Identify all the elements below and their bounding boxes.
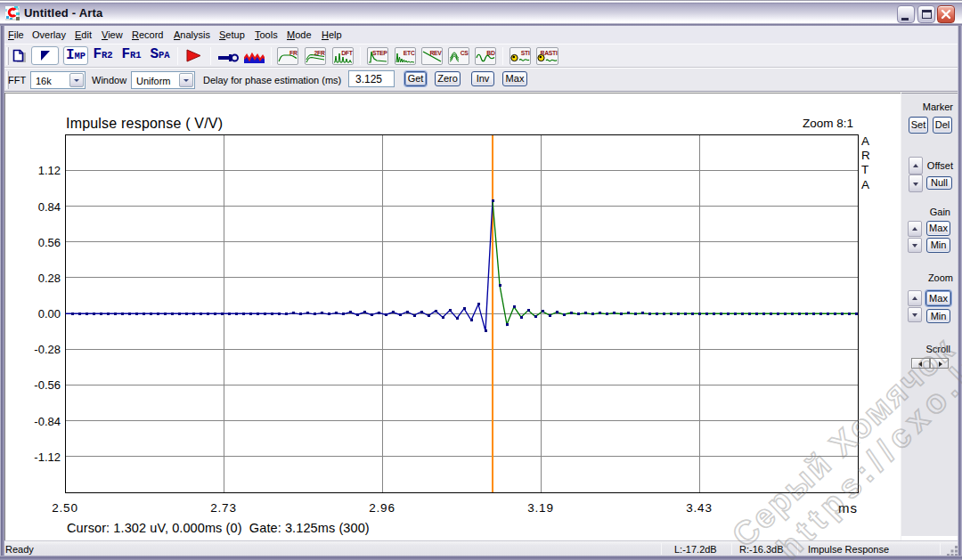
svg-text:STI: STI	[521, 50, 530, 56]
svg-text:DFT: DFT	[341, 50, 353, 56]
svg-text:2FR: 2FR	[314, 50, 325, 56]
svg-text:BD: BD	[486, 50, 495, 56]
svg-text:STEP: STEP	[372, 50, 387, 56]
svg-text:CS: CS	[461, 50, 469, 56]
svg-text:ETC: ETC	[404, 50, 415, 56]
svg-text:FR: FR	[289, 50, 298, 56]
svg-text:REV: REV	[429, 50, 442, 56]
